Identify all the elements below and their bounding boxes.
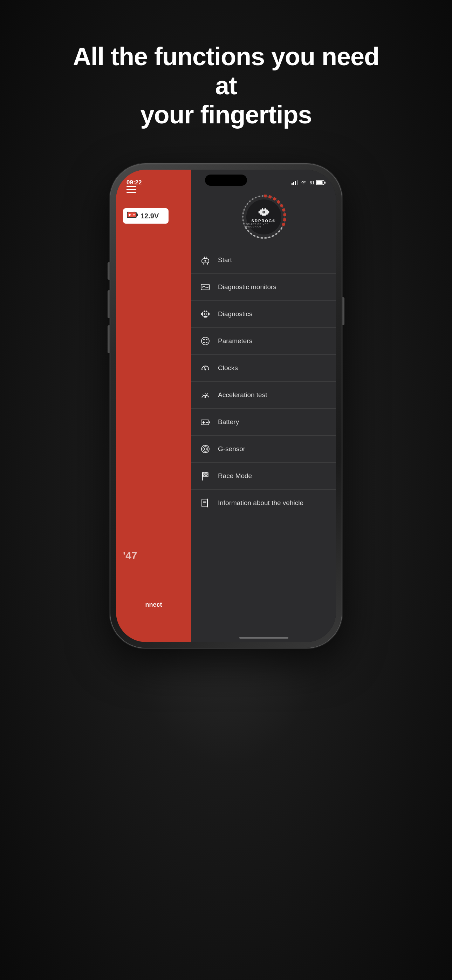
menu-label-start: Start	[218, 256, 232, 264]
battery-icon	[316, 180, 326, 185]
mute-button	[108, 262, 110, 280]
svg-rect-32	[204, 310, 205, 312]
svg-point-45	[205, 396, 206, 398]
svg-rect-8	[137, 213, 138, 216]
svg-rect-20	[262, 214, 266, 216]
svg-rect-19	[264, 208, 266, 210]
svg-point-22	[263, 212, 264, 213]
svg-rect-69	[202, 499, 207, 507]
svg-rect-16	[258, 211, 259, 213]
headline-line1: All the functions you need at	[73, 42, 379, 100]
engine-logo-icon	[257, 207, 271, 218]
svg-rect-66	[207, 474, 208, 474]
svg-rect-18	[262, 208, 263, 210]
svg-point-28	[208, 287, 209, 288]
svg-rect-50	[209, 421, 210, 423]
info-vehicle-icon	[200, 497, 211, 509]
menu-label-clocks: Clocks	[218, 364, 238, 372]
battery-widget: 12.9V	[123, 208, 169, 224]
svg-rect-68	[205, 474, 207, 476]
page-headline: All the functions you need at your finge…	[68, 42, 384, 129]
phone-screen: 09:22	[116, 170, 336, 642]
battery-menu-icon	[200, 417, 211, 428]
menu-label-battery: Battery	[218, 418, 239, 426]
clocks-icon	[200, 363, 211, 374]
svg-rect-64	[205, 473, 207, 474]
battery-status-icon: 61	[310, 180, 326, 185]
menu-label-race-mode: Race Mode	[218, 472, 252, 480]
svg-point-55	[203, 447, 208, 452]
phone-shell: 09:22	[110, 164, 342, 648]
left-panel: 12.9V '47 nnect	[116, 170, 191, 642]
acceleration-icon	[200, 390, 211, 401]
menu-item-acceleration-test[interactable]: Acceleration test	[191, 382, 336, 409]
svg-point-41	[205, 369, 206, 371]
svg-rect-29	[202, 312, 208, 316]
wifi-icon	[301, 180, 307, 185]
svg-rect-40	[206, 342, 207, 343]
svg-rect-2	[295, 181, 296, 185]
gauge-grid-icon	[201, 336, 210, 346]
volume-up-button	[108, 290, 110, 318]
menu-item-g-sensor[interactable]: G-sensor	[191, 436, 336, 463]
svg-point-25	[205, 260, 206, 262]
right-panel: SDPROG® SMART DRIVER PROGRAM	[191, 170, 336, 642]
left-panel-number: '47	[123, 550, 137, 562]
svg-point-36	[202, 337, 209, 345]
connect-button[interactable]: nnect	[116, 595, 191, 614]
target-icon	[201, 444, 210, 454]
engine-icon	[201, 309, 210, 319]
svg-rect-1	[293, 182, 294, 185]
signal-icon	[291, 180, 298, 185]
race-mode-icon	[200, 470, 211, 482]
menu-item-battery[interactable]: Battery	[191, 409, 336, 436]
menu-item-race-mode[interactable]: Race Mode	[191, 463, 336, 490]
menu-item-start[interactable]: Start	[191, 247, 336, 274]
battery-percent: 61	[310, 180, 315, 185]
svg-rect-5	[317, 181, 323, 185]
headline-line2: your fingertips	[140, 100, 312, 129]
menu-item-parameters[interactable]: Parameters	[191, 328, 336, 355]
svg-rect-17	[268, 211, 269, 213]
diagnostic-monitors-icon	[200, 282, 211, 293]
logo-inner-circle: SDPROG® SMART DRIVER PROGRAM	[246, 199, 282, 234]
svg-point-27	[202, 287, 203, 288]
menu-label-info-vehicle: Information about the vehicle	[218, 499, 304, 507]
menu-label-acceleration-test: Acceleration test	[218, 391, 267, 399]
battery-widget-icon	[127, 211, 138, 221]
speedometer-icon	[201, 363, 210, 373]
menu-label-g-sensor: G-sensor	[218, 445, 245, 453]
parameters-icon	[200, 336, 211, 347]
menu-list: Start Diagnostic monitors	[191, 247, 336, 642]
battery-voltage: 12.9V	[140, 212, 159, 220]
svg-rect-63	[202, 473, 204, 474]
svg-rect-39	[203, 342, 205, 343]
svg-line-46	[203, 395, 204, 395]
car-plug-icon	[201, 255, 210, 265]
battery-car-icon	[127, 211, 138, 219]
acceleration-test-icon	[201, 390, 210, 400]
g-sensor-icon	[200, 443, 211, 455]
menu-item-clocks[interactable]: Clocks	[191, 355, 336, 382]
menu-item-diagnostics[interactable]: Diagnostics	[191, 301, 336, 328]
status-time: 09:22	[126, 179, 142, 186]
svg-rect-37	[203, 339, 205, 340]
svg-rect-3	[297, 180, 298, 185]
svg-rect-33	[206, 310, 207, 312]
menu-item-info-vehicle[interactable]: Information about the vehicle	[191, 490, 336, 516]
status-icons: 61	[291, 180, 326, 185]
svg-point-56	[204, 448, 206, 450]
flag-icon	[201, 471, 210, 481]
svg-rect-31	[208, 313, 210, 315]
book-icon	[201, 498, 210, 508]
home-indicator	[239, 637, 288, 639]
start-icon	[200, 255, 211, 266]
menu-item-diagnostic-monitors[interactable]: Diagnostic monitors	[191, 274, 336, 301]
menu-label-parameters: Parameters	[218, 337, 252, 345]
svg-rect-35	[204, 316, 207, 318]
svg-rect-67	[202, 474, 204, 476]
menu-label-diagnostics: Diagnostics	[218, 310, 252, 318]
logo-sub-text: SMART DRIVER PROGRAM	[246, 223, 282, 228]
svg-rect-23	[204, 256, 205, 259]
phone-mockup: 09:22	[110, 164, 342, 648]
